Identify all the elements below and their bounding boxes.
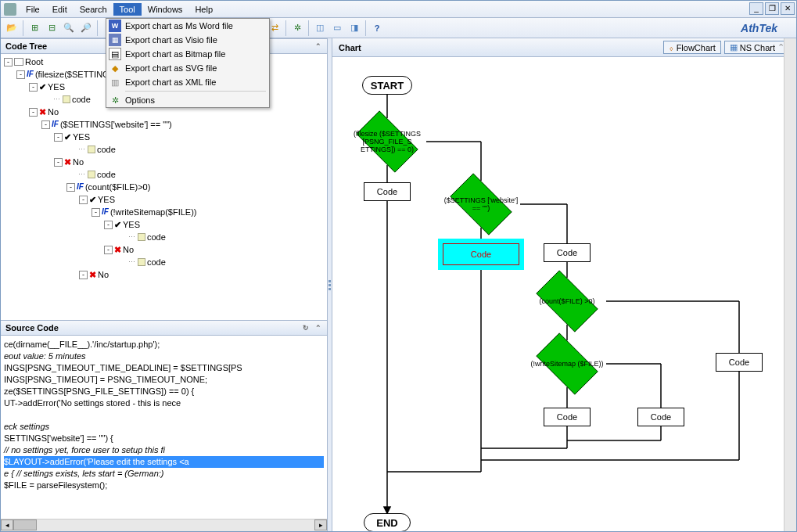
decision-count[interactable]: (count($FILE) >0) <box>528 278 606 325</box>
collapse-panel-icon[interactable]: ⌃ <box>313 322 324 333</box>
tree-expander[interactable]: - <box>54 133 63 142</box>
menu-edit[interactable]: Edit <box>46 3 74 16</box>
export-word[interactable]: WExport chart as Ms Word file <box>106 19 269 33</box>
source-line[interactable]: $LAYOUT->addError('Please edit the setti… <box>4 456 324 468</box>
source-line[interactable]: INGS[PSNG_TIMEOUT] = PSNG_TIMEOUT_NONE; <box>4 374 324 386</box>
brand-label: AthTek <box>725 22 793 34</box>
tree-row[interactable]: -✔YES <box>4 131 324 143</box>
tree-row[interactable]: -✔YES <box>4 218 324 231</box>
decision-website[interactable]: ($SETTINGS ['website'] == "") <box>442 181 520 228</box>
restore-button[interactable]: ❐ <box>765 2 779 15</box>
tree-label: ($SETTINGS['website'] == "") <box>60 118 172 131</box>
tree-label: No <box>48 106 59 118</box>
minimize-button[interactable]: _ <box>749 2 763 15</box>
source-line[interactable]: ce(dirname(__FILE__).'/inc/startup.php')… <box>4 339 324 350</box>
menu-windows[interactable]: Windows <box>142 3 189 16</box>
chart-canvas-area[interactable]: START (filesize ($SETTINGS [PSNG_FILE_S … <box>332 57 796 531</box>
tree-expander[interactable]: - <box>4 58 13 66</box>
view2-button[interactable]: ▭ <box>329 20 345 36</box>
open-button[interactable]: 📂 <box>4 20 20 36</box>
tree-row[interactable]: ⋯code <box>4 231 324 243</box>
export-xml[interactable]: ▥Export chart as XML file <box>106 75 269 89</box>
collapse-panel-icon[interactable]: ⌃ <box>313 41 324 52</box>
tree-row[interactable]: ⋯code <box>4 168 324 181</box>
zoom-in-button[interactable]: 🔍 <box>61 20 77 36</box>
code-icon <box>88 146 95 153</box>
tab-flowchart[interactable]: ⬨FlowChart <box>663 41 721 54</box>
main-area: Code Tree ⌃ -Root-IF(filesize($SETTING-✔… <box>1 38 796 531</box>
source-panel: Source Code ↻⌃ ce(dirname(__FILE__).'/in… <box>1 320 327 531</box>
tab-nschart[interactable]: ▦NS Chart ⌃ <box>724 41 790 54</box>
help-button[interactable]: ? <box>369 20 385 36</box>
source-code-view[interactable]: ce(dirname(__FILE__).'/inc/startup.php')… <box>1 336 327 519</box>
node-label: Code <box>443 243 519 265</box>
tree-row[interactable]: -✔YES <box>4 193 324 206</box>
menu-search[interactable]: Search <box>74 3 113 16</box>
scroll-left-icon[interactable]: ◂ <box>1 519 13 530</box>
export-visio[interactable]: ▦Export chart as Visio file <box>106 33 269 47</box>
left-column: Code Tree ⌃ -Root-IF(filesize($SETTING-✔… <box>1 38 328 531</box>
code-node[interactable]: Code <box>637 408 684 426</box>
tree-row[interactable]: ⋯code <box>4 143 324 156</box>
tree-expander[interactable]: - <box>29 83 38 92</box>
tree-expander[interactable]: - <box>16 70 25 79</box>
tree-row[interactable]: -IF($SETTINGS['website'] == "") <box>4 118 324 131</box>
tree-expander[interactable]: - <box>54 158 63 167</box>
settings-button[interactable]: ✲ <box>289 20 305 36</box>
source-line[interactable]: e { // settings exists, lets start = (Ge… <box>4 468 324 480</box>
source-line[interactable]: eck settings <box>4 421 324 433</box>
source-line[interactable]: // no settings yet, force user to setup … <box>4 444 324 456</box>
collapse-button[interactable]: ⊟ <box>44 20 59 36</box>
menu-help[interactable]: Help <box>188 3 219 16</box>
close-button[interactable]: ✕ <box>781 2 795 15</box>
tree-expander[interactable]: - <box>29 108 38 117</box>
view3-button[interactable]: ◨ <box>346 20 362 36</box>
tree-expander[interactable]: - <box>79 271 88 279</box>
tree-label: (filesize($SETTING <box>35 68 109 81</box>
tree-expander[interactable]: - <box>66 183 75 192</box>
tree-expander[interactable]: - <box>41 120 50 129</box>
source-line[interactable]: eout value: 5 minutes <box>4 350 324 362</box>
start-node[interactable]: START <box>362 76 412 95</box>
source-line[interactable]: SETTINGS['website'] == "") { <box>4 433 324 444</box>
export-svg[interactable]: ◆Export chart as SVG file <box>106 61 269 75</box>
source-line[interactable] <box>4 409 324 421</box>
menu-tool[interactable]: Tool <box>113 3 142 16</box>
decision-writesitemap[interactable]: (!writeSitemap ($FILE)) <box>528 340 606 387</box>
code-node[interactable]: Code <box>364 182 411 201</box>
options-item[interactable]: ✲Options <box>106 93 269 107</box>
end-node[interactable]: END <box>364 513 411 531</box>
tree-row[interactable]: -✖No <box>4 268 324 281</box>
tree-row[interactable]: -✖No <box>4 156 324 168</box>
node-label: (filesize ($SETTINGS [PSNG_FILE_S ETTING… <box>348 118 426 165</box>
expand-button[interactable]: ⊞ <box>27 20 42 36</box>
tree-expander[interactable]: - <box>92 208 100 217</box>
menu-file[interactable]: File <box>20 3 46 16</box>
tree-row[interactable]: -✖No <box>4 243 324 256</box>
tree-row[interactable]: -IF(count($FILE)>0) <box>4 181 324 193</box>
zoom-out-button[interactable]: 🔎 <box>78 20 94 36</box>
tree-row[interactable]: ⋯code <box>4 256 324 268</box>
code-node[interactable]: Code <box>544 243 591 262</box>
scroll-thumb[interactable] <box>13 519 37 530</box>
source-line[interactable]: $FILE = parseFilesystem(); <box>4 480 324 491</box>
code-node[interactable]: Code <box>544 408 591 426</box>
scroll-right-icon[interactable]: ▸ <box>314 519 327 530</box>
source-line[interactable]: UT->addError('No settings stored - this … <box>4 397 324 409</box>
minus-box-icon: ⊟ <box>48 23 56 33</box>
tree-expander[interactable]: - <box>104 221 113 229</box>
source-line[interactable]: ze($SETTINGS[PSNG_FILE_SETTINGS]) == 0) … <box>4 386 324 397</box>
decision-filesize[interactable]: (filesize ($SETTINGS [PSNG_FILE_S ETTING… <box>348 118 426 165</box>
tree-expander[interactable]: - <box>104 246 113 254</box>
refresh-icon[interactable]: ↻ <box>300 322 311 333</box>
horizontal-scrollbar[interactable]: ◂ ▸ <box>1 519 327 531</box>
code-node[interactable]: Code <box>716 353 763 372</box>
view1-button[interactable]: ◫ <box>312 20 328 36</box>
vertical-scrollbar[interactable] <box>784 38 796 531</box>
selected-code-node[interactable]: Code <box>438 239 524 270</box>
export-bitmap[interactable]: ▤Export chart as Bitmap file <box>106 47 269 61</box>
source-line[interactable]: INGS[PSNG_TIMEOUT_TIME_DEADLINE] = $SETT… <box>4 362 324 374</box>
tree-row[interactable]: -IF(!writeSitemap($FILE)) <box>4 206 324 218</box>
tree-label: No <box>98 268 109 281</box>
tree-expander[interactable]: - <box>79 196 88 204</box>
